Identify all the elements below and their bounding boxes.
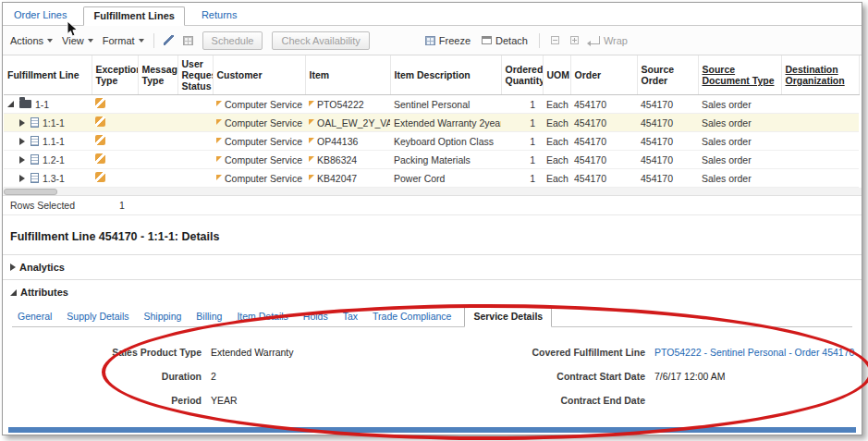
table-status-bar: Rows Selected 1	[3, 196, 862, 215]
actions-menu[interactable]: Actions	[10, 35, 53, 46]
exception-icon[interactable]	[95, 116, 105, 127]
col-header-customer[interactable]: Customer	[213, 55, 305, 95]
footer-accent-bar	[8, 427, 856, 433]
analytics-section-header[interactable]: Analytics	[3, 254, 862, 279]
col-header-user-request-status[interactable]: User Request Status	[177, 55, 213, 95]
destination-organization-cell	[781, 169, 859, 188]
expand-row-icon[interactable]	[19, 138, 25, 145]
changed-flag-icon	[216, 119, 222, 125]
col-header-message-type[interactable]: Message Type	[138, 55, 177, 95]
col-header-source-document-type[interactable]: Source Document Type	[698, 55, 781, 95]
attributes-label: Attributes	[20, 287, 68, 298]
col-header-uom[interactable]: UOM	[543, 55, 570, 95]
table-header-row: Fulfillment Line Exception Type Message …	[4, 55, 859, 95]
item-cell: OAL_EW_2Y_VAR	[305, 114, 390, 132]
table-row[interactable]: 1.1-1 Computer Service and R... OP44136 …	[4, 132, 859, 151]
view-menu-label: View	[62, 35, 84, 46]
rows-selected-label: Rows Selected	[10, 200, 75, 211]
changed-flag-icon	[309, 119, 314, 125]
multi-edit-icon[interactable]	[183, 36, 193, 45]
fulfillment-line-number: 1:1-1	[43, 117, 65, 129]
covered-fulfillment-line-link[interactable]: PTO54222 - Sentinel Personal - Order 454…	[654, 347, 856, 358]
col-header-fulfillment-line[interactable]: Fulfillment Line	[4, 55, 92, 95]
exception-icon[interactable]	[95, 98, 105, 108]
format-menu[interactable]: Format	[103, 35, 144, 46]
order-cell: 454170	[570, 95, 637, 114]
tab-fulfillment-lines[interactable]: Fulfillment Lines	[83, 6, 184, 26]
col-header-order[interactable]: Order	[570, 55, 637, 95]
contract-start-date-value: 7/6/17 12:00 AM	[654, 371, 856, 382]
item-description-cell: Extended Warranty 2year variable	[390, 114, 501, 132]
detach-tool[interactable]: Detach	[482, 35, 528, 46]
uom-cell: Each	[543, 114, 570, 132]
expand-all-icon[interactable]	[570, 36, 579, 44]
expand-row-icon[interactable]	[19, 156, 25, 164]
customer-name: Computer Service and R...	[225, 173, 305, 184]
toolbar-right-group: Freeze Detach Wrap	[425, 33, 628, 48]
customer-cell: Computer Service and R...	[213, 132, 305, 151]
uom-cell: Each	[543, 132, 570, 151]
toolbar: Actions View Format Schedule Check Avail…	[3, 26, 862, 55]
actions-menu-label: Actions	[10, 35, 43, 46]
edit-icon[interactable]	[164, 35, 174, 45]
scrollbar-thumb[interactable]	[4, 189, 57, 195]
customer-name: Computer Service and R...	[225, 99, 305, 110]
subtab-holds[interactable]: Holds	[301, 308, 330, 326]
destination-organization-cell	[781, 114, 859, 132]
collapse-all-icon[interactable]	[551, 36, 559, 44]
detach-icon	[482, 36, 492, 44]
contract-end-date-label: Contract End Date	[428, 395, 654, 406]
schedule-button[interactable]: Schedule	[202, 31, 263, 50]
subtab-tax[interactable]: Tax	[341, 308, 360, 326]
col-header-source-order[interactable]: Source Order	[637, 55, 698, 95]
view-menu[interactable]: View	[62, 35, 93, 46]
changed-flag-icon	[216, 156, 222, 162]
table-row[interactable]: 1.3-1 Computer Service and R... KB42047 …	[4, 169, 859, 188]
check-availability-button[interactable]: Check Availability	[272, 31, 369, 50]
ordered-quantity-cell: 1	[501, 151, 543, 169]
exception-icon[interactable]	[95, 172, 105, 182]
order-cell: 454170	[570, 132, 637, 151]
collapse-row-icon[interactable]	[7, 101, 14, 107]
col-header-exception-type[interactable]: Exception Type	[92, 55, 138, 95]
subtab-shipping[interactable]: Shipping	[141, 308, 183, 326]
subtab-general[interactable]: General	[16, 308, 54, 326]
col-header-item-description[interactable]: Item Description	[390, 55, 501, 95]
wrap-tool[interactable]: Wrap	[590, 35, 628, 46]
folder-icon	[19, 100, 31, 108]
user-request-status-cell	[177, 95, 213, 114]
analytics-label: Analytics	[19, 262, 65, 273]
tab-order-lines[interactable]: Order Lines	[12, 7, 68, 25]
item-code: PTO54222	[317, 99, 364, 110]
subtab-service-details[interactable]: Service Details	[464, 306, 552, 327]
attributes-section-header[interactable]: Attributes	[3, 279, 862, 304]
subtab-billing[interactable]: Billing	[194, 308, 224, 326]
table-row[interactable]: 1-1 Computer Service and R... PTO54222 S…	[4, 95, 859, 114]
message-type-cell	[138, 132, 177, 151]
duration-label: Duration	[3, 371, 211, 382]
sales-product-type-label: Sales Product Type	[3, 347, 211, 358]
col-header-item[interactable]: Item	[305, 55, 390, 95]
exception-icon[interactable]	[95, 135, 105, 145]
source-document-type-cell: Sales order	[698, 95, 781, 114]
exception-icon[interactable]	[95, 153, 105, 164]
table-row[interactable]: 1.2-1 Computer Service and R... KB86324 …	[4, 151, 859, 169]
expand-row-icon[interactable]	[19, 119, 25, 127]
subtab-trade-compliance[interactable]: Trade Compliance	[371, 308, 453, 326]
contract-start-date-label: Contract Start Date	[428, 371, 654, 382]
col-header-ordered-quantity[interactable]: Ordered Quantity	[501, 55, 543, 95]
changed-flag-icon	[216, 138, 222, 143]
message-type-cell	[138, 169, 177, 188]
service-details-form: Sales Product Type Extended Warranty Cov…	[3, 327, 862, 412]
expand-row-icon[interactable]	[19, 175, 25, 182]
chevron-down-icon	[47, 39, 53, 43]
freeze-tool[interactable]: Freeze	[425, 35, 471, 46]
item-description-cell: Power Cord	[390, 169, 501, 188]
tab-returns[interactable]: Returns	[200, 7, 239, 25]
subtab-supply-details[interactable]: Supply Details	[65, 308, 130, 326]
user-request-status-cell	[177, 169, 213, 188]
col-header-destination-organization[interactable]: Destination Organization	[781, 55, 859, 95]
subtab-item-details[interactable]: Item Details	[235, 308, 289, 326]
table-row-selected[interactable]: 1:1-1 Computer Service and R... OAL_EW_2…	[4, 114, 859, 132]
horizontal-scrollbar[interactable]	[3, 188, 862, 196]
